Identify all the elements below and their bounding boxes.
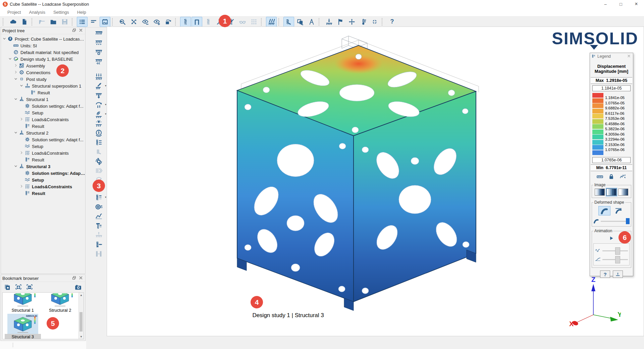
bolt-tension-button[interactable] [93, 221, 104, 230]
list-view-button[interactable] [77, 17, 88, 27]
grid-dots-button[interactable] [249, 17, 259, 27]
stripes-chev-button[interactable] [93, 166, 104, 175]
help-button[interactable]: ? [387, 17, 397, 27]
load-force-button[interactable]: ▾ [93, 81, 104, 91]
add-bookmark-button[interactable] [15, 284, 23, 292]
graph-curve-button[interactable] [93, 211, 104, 221]
tree-item[interactable]: Result [1, 89, 85, 96]
deformed-on-button[interactable] [598, 206, 610, 215]
chevron-right-icon[interactable] [14, 70, 19, 75]
tree-item[interactable]: Project: Cube Satellite -- Loadcase Su..… [1, 36, 85, 42]
scrollbar-thumb[interactable] [79, 312, 83, 332]
tree-item[interactable]: Units: SI [1, 42, 85, 49]
load-thermal-button[interactable] [93, 119, 104, 128]
disp-arrow-button[interactable] [324, 17, 334, 27]
loads-show-button[interactable] [266, 17, 277, 27]
bookmark-item[interactable]: Structural 1 [5, 293, 41, 313]
minimize-button[interactable]: – [598, 0, 613, 8]
chevron-down-icon[interactable] [14, 131, 19, 135]
save-button[interactable] [59, 17, 70, 27]
snapshot-button[interactable] [74, 284, 83, 292]
rotate-part-button[interactable] [163, 17, 173, 27]
tree-item[interactable]: Loads&Constraints [1, 183, 85, 190]
chevron-down-icon[interactable] [2, 37, 7, 41]
bolt-push-button[interactable] [93, 240, 104, 249]
menu-settings[interactable]: Settings [49, 10, 73, 15]
legend-help-button[interactable]: ? [600, 270, 610, 278]
tree-item[interactable]: Solution settings: Adapt... [1, 170, 85, 177]
play-animation-icon[interactable] [608, 235, 614, 241]
cloud-button[interactable] [8, 17, 18, 27]
support-pin-button[interactable] [93, 47, 104, 56]
model-cubesat[interactable] [198, 34, 483, 312]
spin-rotate-button[interactable] [93, 156, 104, 166]
support-fixed-button[interactable] [93, 28, 104, 38]
remove-bookmark-button[interactable] [26, 284, 34, 292]
tree-item[interactable]: Result [1, 156, 85, 163]
paint-part-button[interactable] [283, 17, 294, 27]
menu-help[interactable]: Help [73, 10, 90, 15]
dropdown-caret-icon[interactable]: ▾ [105, 84, 106, 87]
bracket-show-button[interactable] [192, 17, 202, 27]
notes-button[interactable] [88, 17, 99, 27]
chevron-down-icon[interactable] [14, 97, 19, 102]
result-list-button[interactable]: ▾ [93, 193, 104, 202]
bookmark-image-button[interactable] [100, 17, 110, 27]
chevron-right-icon[interactable] [19, 184, 24, 189]
viewport-3d[interactable]: SIMSOLID [107, 27, 644, 336]
tree-item[interactable]: Setup [1, 177, 85, 183]
bookmark-item[interactable]: Structural 2 [42, 293, 78, 313]
animation-speed-slider[interactable] [602, 259, 628, 260]
fit-view-button[interactable] [369, 17, 380, 27]
bolt-show-button[interactable] [180, 17, 191, 27]
paint-gray-button[interactable] [93, 147, 104, 156]
tree-item[interactable]: Assembly [1, 62, 85, 69]
zoom-part-button[interactable] [117, 17, 128, 27]
tree-item[interactable]: Structural 3 [1, 163, 85, 170]
probe-curve-icon[interactable] [619, 173, 627, 181]
measure-icon[interactable] [596, 173, 604, 181]
file-new-button[interactable] [19, 17, 30, 27]
chevron-down-icon[interactable] [14, 164, 19, 169]
support-slider-button[interactable] [93, 38, 104, 47]
animation-amplitude-slider[interactable] [602, 250, 628, 251]
load-speed-button[interactable] [93, 128, 104, 138]
bookmark-scrollbar[interactable]: ▲ ▼ [78, 293, 84, 339]
tree-item[interactable]: Loads&Constraints [1, 150, 85, 156]
legend-dock-button[interactable] [613, 270, 623, 278]
tree-item[interactable]: Connections [1, 69, 85, 76]
support-arrows-button[interactable] [93, 56, 104, 66]
tree-item[interactable]: Loads&Constraints [1, 116, 85, 123]
dropdown-caret-icon[interactable]: ▾ [105, 112, 106, 115]
bolts-pair-button[interactable] [93, 249, 104, 258]
tree-item[interactable]: Design study 1, BASELINE [1, 56, 85, 62]
hide-eye-button[interactable] [140, 17, 151, 27]
tree-item[interactable]: Default material: Not specified [1, 49, 85, 56]
chevron-right-icon[interactable] [14, 63, 19, 68]
legend-close-icon[interactable] [627, 54, 632, 59]
tree-item[interactable]: Setup [1, 143, 85, 150]
speed-handle[interactable] [615, 256, 620, 263]
maximize-button[interactable]: □ [613, 0, 629, 8]
folder-open-button[interactable] [37, 17, 47, 27]
folder-button[interactable] [48, 17, 59, 27]
scroll-up-icon[interactable]: ▲ [79, 293, 84, 297]
tree-item[interactable]: Result [1, 123, 85, 130]
load-distributed-button[interactable] [93, 72, 104, 81]
bookmark-item[interactable]: SIMSOLIDStructural 3 [5, 314, 41, 339]
float-panel-icon[interactable] [72, 276, 77, 281]
legend-lower-input[interactable]: 1.0765e-06 [592, 157, 631, 163]
menu-project[interactable]: Project [3, 10, 25, 15]
chevron-right-icon[interactable] [19, 117, 24, 122]
close-button[interactable]: × [629, 0, 644, 8]
tree-item[interactable]: Structural superposition 1 [1, 83, 85, 89]
paint-assembly-button[interactable] [295, 17, 306, 27]
tree-item[interactable]: Structural 1 [1, 96, 85, 103]
dropdown-caret-icon[interactable]: ▾ [105, 196, 106, 199]
load-pressure-button[interactable] [93, 91, 104, 100]
amplitude-handle[interactable] [615, 247, 620, 255]
dropdown-caret-icon[interactable]: ▾ [105, 103, 106, 106]
load-torque-button[interactable]: ▾ [93, 100, 104, 109]
float-panel-icon[interactable] [72, 28, 77, 33]
globe-results-button[interactable] [93, 202, 104, 211]
